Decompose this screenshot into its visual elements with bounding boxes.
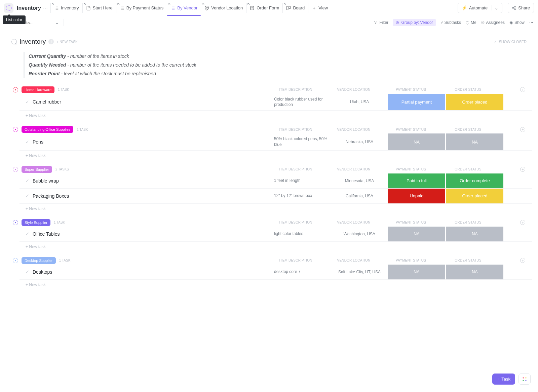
cell-order-status[interactable]: NA xyxy=(446,133,503,150)
add-task-button[interactable]: + New task xyxy=(26,113,532,118)
col-header-loc[interactable]: VENDOR LOCATION xyxy=(325,167,382,171)
collapse-icon[interactable] xyxy=(13,87,18,92)
status-circle-icon[interactable] xyxy=(11,39,17,44)
add-task-button[interactable]: + New task xyxy=(26,244,532,249)
tab-inventory[interactable]: ⇱Inventory xyxy=(50,3,82,13)
show-button[interactable]: ◉ Show xyxy=(509,20,525,25)
tab-by-vendor[interactable]: ⇱By Vendor xyxy=(167,3,201,13)
collapse-icon[interactable] xyxy=(13,127,18,132)
col-header-pay[interactable]: PAYMENT STATUS xyxy=(382,88,439,91)
col-header-desc[interactable]: ITEM DESCRIPTION xyxy=(266,221,325,224)
task-name[interactable]: Camel rubber xyxy=(33,99,61,105)
add-task-button[interactable]: + New task xyxy=(26,153,532,158)
col-header-pay[interactable]: PAYMENT STATUS xyxy=(382,167,439,171)
task-row[interactable]: ✓Pens50% black colored pens, 50% blueNeb… xyxy=(20,133,532,151)
cell-loc[interactable]: California, USA xyxy=(331,189,388,203)
add-task-button[interactable]: + New task xyxy=(26,206,532,211)
col-header-ord[interactable]: ORDER STATUS xyxy=(439,221,497,224)
group-badge[interactable]: Style Supplier xyxy=(22,219,50,226)
task-name[interactable]: Office Tables xyxy=(33,231,60,237)
task-row[interactable]: ✓Office Tableslight color tablesWashingt… xyxy=(20,227,532,242)
add-column[interactable]: + xyxy=(497,220,525,225)
cell-order-status[interactable]: Order complete xyxy=(446,173,503,188)
cell-payment-status[interactable]: NA xyxy=(388,133,445,150)
me-button[interactable]: ◌ Me xyxy=(466,20,476,25)
tab-order-form[interactable]: ⇱Order Form xyxy=(246,3,282,13)
task-name[interactable]: Bubble wrap xyxy=(33,178,59,184)
cell-order-status[interactable]: NA xyxy=(446,265,503,279)
list-color-button[interactable]: List color xyxy=(4,3,13,13)
cell-payment-status[interactable]: Partial payment xyxy=(388,94,445,111)
col-header-pay[interactable]: PAYMENT STATUS xyxy=(382,221,439,224)
add-column[interactable]: + xyxy=(497,127,525,132)
tab-board[interactable]: ⇱Board xyxy=(282,3,308,13)
cell-loc[interactable]: Minnesota, USA xyxy=(331,173,388,188)
group-badge[interactable]: Home Hardware xyxy=(22,86,54,93)
cell-desc[interactable]: 50% black colored pens, 50% blue xyxy=(272,133,331,150)
cell-desc[interactable]: Color black rubber used for production xyxy=(272,94,331,111)
cell-loc[interactable]: Nebraska, USA xyxy=(331,133,388,150)
automate-button[interactable]: ⚡ Automate ⌄ xyxy=(458,3,503,13)
col-header-ord[interactable]: ORDER STATUS xyxy=(439,128,497,131)
group-by-button[interactable]: ⊜ Group by: Vendor xyxy=(393,19,435,26)
add-column[interactable]: + xyxy=(497,87,525,92)
tab-view[interactable]: +View xyxy=(308,3,331,13)
collapse-icon[interactable] xyxy=(13,220,18,225)
task-row[interactable]: ✓Packaging Boxes12" by 12" brown boxCali… xyxy=(20,189,532,204)
cell-desc[interactable]: 12" by 12" brown box xyxy=(272,189,331,203)
assignees-button[interactable]: ⦾ Assignees xyxy=(481,20,505,25)
group-badge[interactable]: Outstanding Office Supplies xyxy=(22,126,73,133)
col-header-pay[interactable]: PAYMENT STATUS xyxy=(382,128,439,131)
col-header-loc[interactable]: VENDOR LOCATION xyxy=(325,259,382,262)
task-name[interactable]: Packaging Boxes xyxy=(33,193,69,199)
collapse-icon[interactable] xyxy=(13,258,18,263)
filter-button[interactable]: Filter xyxy=(374,20,388,25)
collapse-icon[interactable] xyxy=(13,167,18,172)
cell-order-status[interactable]: Order placed xyxy=(446,94,503,111)
check-icon[interactable]: ✓ xyxy=(26,140,29,145)
col-header-loc[interactable]: VENDOR LOCATION xyxy=(325,128,382,131)
tab-vendor-location[interactable]: ⇱Vendor Location xyxy=(201,3,246,13)
cell-order-status[interactable]: NA xyxy=(446,227,503,241)
cell-desc[interactable]: 1 feet in length xyxy=(272,173,331,188)
task-name[interactable]: Pens xyxy=(33,139,43,145)
cell-payment-status[interactable]: NA xyxy=(388,265,445,279)
search-dropdown[interactable]: ⌄ xyxy=(55,20,59,25)
add-column[interactable]: + xyxy=(497,258,525,263)
group-badge[interactable]: Desktop Supplier xyxy=(22,257,56,264)
more-options-icon[interactable]: ⋯ xyxy=(529,20,533,25)
info-icon[interactable]: i xyxy=(48,39,54,44)
task-row[interactable]: ✓Desktopsdesktop core 7Salt Lake City, U… xyxy=(20,265,532,280)
cell-loc[interactable]: Washington, USA xyxy=(331,227,388,241)
cell-desc[interactable]: desktop core 7 xyxy=(272,265,331,279)
col-header-loc[interactable]: VENDOR LOCATION xyxy=(325,221,382,224)
check-icon[interactable]: ✓ xyxy=(26,178,29,183)
col-header-desc[interactable]: ITEM DESCRIPTION xyxy=(266,88,325,91)
cell-payment-status[interactable]: Paid in full xyxy=(388,173,445,188)
task-row[interactable]: ✓Camel rubberColor black rubber used for… xyxy=(20,94,532,111)
col-header-ord[interactable]: ORDER STATUS xyxy=(439,167,497,171)
col-header-desc[interactable]: ITEM DESCRIPTION xyxy=(266,128,325,131)
new-task-link[interactable]: + NEW TASK xyxy=(56,40,78,44)
chevron-down-icon[interactable]: ⌄ xyxy=(492,5,498,10)
cell-loc[interactable]: Salt Lake City, UT, USA xyxy=(331,265,388,279)
show-closed-button[interactable]: ✓ SHOW CLOSED xyxy=(494,40,527,44)
check-icon[interactable]: ✓ xyxy=(26,231,29,236)
share-button[interactable]: Share xyxy=(508,3,534,13)
col-header-loc[interactable]: VENDOR LOCATION xyxy=(325,88,382,91)
more-icon[interactable]: ⋯ xyxy=(43,5,48,11)
cell-payment-status[interactable]: NA xyxy=(388,227,445,241)
check-icon[interactable]: ✓ xyxy=(26,269,29,274)
col-header-desc[interactable]: ITEM DESCRIPTION xyxy=(266,259,325,262)
cell-payment-status[interactable]: Unpaid xyxy=(388,189,445,203)
task-name[interactable]: Desktops xyxy=(33,269,52,275)
check-icon[interactable]: ✓ xyxy=(26,193,29,198)
tab-start-here[interactable]: ⇱Start Here xyxy=(82,3,116,13)
col-header-ord[interactable]: ORDER STATUS xyxy=(439,88,497,91)
group-badge[interactable]: Super Supplier xyxy=(22,166,52,173)
cell-order-status[interactable]: Order placed xyxy=(446,189,503,203)
cell-desc[interactable]: light color tables xyxy=(272,227,331,241)
col-header-pay[interactable]: PAYMENT STATUS xyxy=(382,259,439,262)
col-header-ord[interactable]: ORDER STATUS xyxy=(439,259,497,262)
tab-by-payment-status[interactable]: ⇱By Payment Status xyxy=(116,3,167,13)
